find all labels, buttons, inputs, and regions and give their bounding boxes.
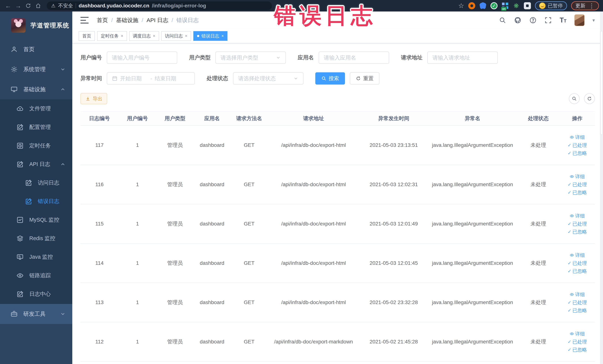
mark-processed-link[interactable]: ✓已处理 <box>568 299 587 306</box>
date-start-input[interactable] <box>120 75 148 82</box>
browser-forward-icon[interactable]: → <box>14 2 22 10</box>
cell-app-name: dashboard <box>194 299 231 305</box>
sidebar-item-file-mgmt[interactable]: 文件管理 <box>0 99 72 118</box>
sidebar-item-system-mgmt[interactable]: 系统管理 <box>0 59 72 79</box>
process-status-select[interactable] <box>233 72 303 84</box>
tab-home[interactable]: 首页 <box>79 31 95 41</box>
user-type-select[interactable] <box>215 52 286 64</box>
font-size-icon[interactable]: TT <box>560 16 567 24</box>
fullscreen-icon[interactable] <box>545 16 552 24</box>
hamburger-icon[interactable] <box>81 17 89 23</box>
extension-check-icon[interactable]: ✓ <box>490 2 498 9</box>
cell-status: 未处理 <box>517 220 560 227</box>
cell-method: GET <box>231 142 268 148</box>
detail-link[interactable]: 详细 <box>570 331 585 337</box>
edit-icon <box>16 161 24 168</box>
sidebar-item-java-monitor[interactable]: Java 监控 <box>0 248 72 266</box>
date-end-input[interactable] <box>155 75 183 82</box>
user-id-input[interactable] <box>112 55 172 61</box>
browser-home-icon[interactable] <box>34 2 42 10</box>
extension-donut-icon[interactable] <box>468 2 475 9</box>
bookmark-star-icon[interactable]: ☆ <box>458 2 464 10</box>
request-url-input[interactable] <box>432 55 493 61</box>
tab-error-log[interactable]: 错误日志 × <box>193 31 228 41</box>
detail-link[interactable]: 详细 <box>570 291 585 298</box>
tab-schedule-log[interactable]: 调度日志 × <box>129 31 159 41</box>
sidebar-item-dev-tools[interactable]: 研发工具 <box>0 304 72 324</box>
sidebar-item-label: 系统管理 <box>23 66 46 73</box>
sidebar-item-api-logs[interactable]: API 日志 <box>0 155 72 174</box>
detail-link[interactable]: 详细 <box>570 134 585 141</box>
help-icon[interactable] <box>529 16 537 24</box>
sidebar-item-log-center[interactable]: 日志中心 <box>0 285 72 303</box>
extension-sprout-icon[interactable]: ❋ <box>513 2 520 9</box>
user-id-label: 用户编号 <box>81 54 102 61</box>
table-row: 112 1 管理员 dashboard GET /api/infra/db-do… <box>81 322 595 362</box>
mark-ignored-link[interactable]: ✓已忽略 <box>568 347 587 353</box>
sidebar-item-home[interactable]: 首页 <box>0 39 72 59</box>
mark-processed-link[interactable]: ✓已处理 <box>568 339 587 345</box>
tab-close-icon[interactable]: × <box>121 34 123 38</box>
detail-link[interactable]: 详细 <box>570 173 585 180</box>
cell-exception-name: java.lang.IllegalArgumentException <box>428 182 517 188</box>
app-name-input[interactable] <box>324 55 384 61</box>
browser-back-icon[interactable]: ← <box>4 2 12 10</box>
cell-log-id: 115 <box>81 221 118 227</box>
cell-request-url: /api/infra/db-doc/export-html <box>268 221 359 227</box>
search-button[interactable]: 搜索 <box>315 72 345 84</box>
sidebar-item-redis-monitor[interactable]: Redis 监控 <box>0 229 72 248</box>
sidebar-item-config-mgmt[interactable]: 配置管理 <box>0 118 72 137</box>
mark-processed-link[interactable]: ✓已处理 <box>568 260 587 267</box>
sidebar-item-infrastructure[interactable]: 基础设施 <box>0 79 72 99</box>
sidebar-item-mysql-monitor[interactable]: MySQL 监控 <box>0 211 72 229</box>
mark-ignored-link[interactable]: ✓已忽略 <box>568 268 587 274</box>
tab-access-log[interactable]: 访问日志 × <box>161 31 191 41</box>
breadcrumb-api-logs[interactable]: API 日志 <box>147 16 168 24</box>
cell-log-id: 114 <box>81 260 118 266</box>
sidebar-item-scheduled-tasks[interactable]: 定时任务 <box>0 137 72 155</box>
refresh-table-button[interactable] <box>584 93 595 104</box>
tab-close-icon[interactable]: × <box>185 34 187 38</box>
browser-update-button[interactable]: 更新 ⋮ <box>571 1 599 10</box>
detail-link[interactable]: 详细 <box>570 252 585 258</box>
app-logo-row[interactable]: 芋道管理系统 <box>0 12 72 39</box>
search-icon[interactable] <box>499 16 506 24</box>
mark-processed-link[interactable]: ✓已处理 <box>568 181 587 188</box>
profile-paused-badge[interactable]: 已暂停 <box>535 1 567 10</box>
tab-close-icon[interactable]: × <box>153 34 155 38</box>
tab-scheduled-tasks[interactable]: 定时任务 × <box>97 31 127 41</box>
sidebar-item-access-log[interactable]: 访问日志 <box>0 174 72 192</box>
avatar-caret-down-icon[interactable]: ▾ <box>592 17 595 23</box>
date-range-picker[interactable]: - <box>107 72 195 84</box>
reset-button[interactable]: 重置 <box>350 72 380 84</box>
user-type-input[interactable] <box>220 55 276 61</box>
filter-request-url: 请求地址 <box>401 52 498 64</box>
address-bar[interactable]: ⚠ 不安全 dashboard.yudao.iocoder.cn/infra/l… <box>47 1 272 10</box>
reset-button-label: 重置 <box>363 75 373 82</box>
mark-processed-link[interactable]: ✓已处理 <box>568 221 587 227</box>
export-button[interactable]: 导出 <box>81 93 107 104</box>
column-header-app-name: 应用名 <box>194 115 231 122</box>
mark-ignored-link[interactable]: ✓已忽略 <box>568 150 587 156</box>
tab-close-icon[interactable]: × <box>221 34 224 38</box>
scrollbar-thumb[interactable] <box>600 31 603 135</box>
mark-ignored-link[interactable]: ✓已忽略 <box>568 307 587 314</box>
browser-menu-icon[interactable]: ⋮ <box>589 2 595 9</box>
breadcrumb-home[interactable]: 首页 <box>97 16 108 24</box>
mark-processed-link[interactable]: ✓已处理 <box>568 142 587 149</box>
extension-puzzle-icon[interactable] <box>524 2 531 9</box>
mark-ignored-link[interactable]: ✓已忽略 <box>568 229 587 235</box>
user-avatar[interactable] <box>574 14 585 26</box>
detail-link[interactable]: 详细 <box>570 213 585 219</box>
process-status-input[interactable] <box>238 75 293 82</box>
mark-ignored-link[interactable]: ✓已忽略 <box>568 189 587 196</box>
extension-grid-icon[interactable]: on <box>502 2 509 9</box>
hide-search-button[interactable] <box>569 93 580 104</box>
breadcrumb-infrastructure[interactable]: 基础设施 <box>116 16 138 24</box>
browser-reload-icon[interactable] <box>24 2 32 10</box>
sidebar-item-error-log[interactable]: 错误日志 <box>0 192 72 211</box>
extension-shield-icon[interactable] <box>479 2 487 9</box>
cell-method: GET <box>231 182 268 188</box>
github-icon[interactable] <box>514 16 522 24</box>
sidebar-item-tracing[interactable]: 链路追踪 <box>0 266 72 285</box>
